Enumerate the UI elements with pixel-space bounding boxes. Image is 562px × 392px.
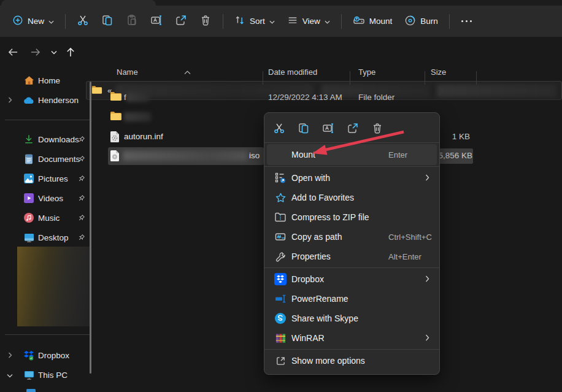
sidebar-item-label: Music: [38, 213, 81, 223]
menu-item-copy-as-path[interactable]: Copy as path Ctrl+Shift+C: [267, 227, 437, 247]
onedrive-cloud-icon: [23, 94, 34, 106]
mount-toolbar-button[interactable]: Mount: [347, 10, 399, 33]
submenu-chevron-icon: [425, 274, 429, 284]
inf-file-icon: [110, 131, 122, 143]
open-with-icon: [274, 172, 287, 184]
sidebar-item-videos[interactable]: Videos: [0, 189, 98, 207]
chevron-right-icon: [6, 351, 13, 360]
downloads-icon: [23, 134, 34, 145]
sort-button[interactable]: Sort: [228, 10, 281, 33]
menu-divider: [264, 166, 439, 167]
column-header-size[interactable]: Size: [431, 67, 446, 77]
sidebar-item-label: Documents: [38, 155, 81, 164]
recent-locations-button[interactable]: [45, 43, 63, 61]
sidebar-item-this-pc[interactable]: This PC: [0, 366, 98, 384]
tab-strip: [0, 0, 562, 6]
copy-button[interactable]: [298, 122, 310, 134]
submenu-chevron-icon: [425, 173, 429, 183]
chevron-down-icon: [325, 17, 330, 26]
sidebar-item-music[interactable]: Music: [0, 209, 98, 227]
forward-button[interactable]: [26, 43, 44, 61]
rename-button[interactable]: [144, 10, 169, 33]
toolbar-separator: [65, 14, 66, 29]
dropbox-icon: [274, 273, 287, 285]
column-header-name[interactable]: Name: [117, 67, 138, 77]
burn-toolbar-button[interactable]: Burn: [398, 10, 444, 33]
folder-icon: [110, 91, 122, 104]
column-separator[interactable]: [425, 71, 425, 85]
file-row-folder-1[interactable]: f 12/29/2022 4:13 AM File folder: [101, 88, 562, 107]
file-explorer-window: New Sort View Mount Burn: [0, 0, 562, 392]
sort-button-label: Sort: [250, 17, 265, 26]
sidebar-item-label: Home: [38, 76, 81, 85]
pictures-icon: [23, 173, 34, 184]
column-header-date-modified[interactable]: Date modified: [268, 67, 317, 77]
sidebar-item-label: Henderson - Per: [38, 96, 81, 105]
share-button[interactable]: [347, 122, 359, 134]
file-type: File folder: [358, 93, 395, 102]
menu-item-powerrename[interactable]: PowerRename: [267, 289, 437, 309]
delete-button[interactable]: [371, 122, 383, 134]
sidebar-divider: [5, 334, 91, 335]
rename-button[interactable]: [322, 122, 334, 134]
column-separator[interactable]: [263, 71, 263, 85]
dropbox-icon: [23, 350, 34, 361]
sidebar-item-onedrive[interactable]: Henderson - Per: [0, 91, 98, 109]
winrar-icon: [274, 332, 287, 344]
menu-item-winrar[interactable]: WinRAR: [267, 328, 437, 348]
share-icon: [175, 14, 187, 28]
sidebar-item-home[interactable]: Home: [0, 71, 98, 90]
pin-icon: [77, 175, 85, 183]
file-name: [124, 112, 151, 121]
cut-button[interactable]: [273, 122, 285, 134]
videos-icon: [23, 193, 34, 204]
menu-item-compress-zip[interactable]: Compress to ZIP file: [267, 207, 437, 227]
desktop-icon: [23, 232, 34, 243]
wrench-icon: [274, 250, 287, 263]
copy-as-path-icon: [274, 231, 287, 243]
delete-button[interactable]: [193, 10, 218, 33]
menu-item-share-with-skype[interactable]: Share with Skype: [267, 309, 437, 328]
sidebar-item-downloads[interactable]: Downloads: [0, 130, 98, 148]
file-name-suffix: iso: [249, 151, 260, 160]
view-button[interactable]: View: [281, 10, 336, 33]
explorer-tab[interactable]: [1, 0, 156, 6]
pin-icon: [77, 155, 85, 163]
scissors-icon: [77, 14, 89, 28]
copy-button[interactable]: [95, 10, 120, 33]
paste-button[interactable]: [120, 10, 144, 33]
paste-icon: [126, 14, 138, 28]
sidebar-item-dropbox[interactable]: Dropbox: [0, 346, 98, 364]
file-name: f: [124, 93, 150, 102]
cut-button[interactable]: [71, 10, 95, 33]
menu-item-properties[interactable]: Properties Alt+Enter: [267, 247, 437, 266]
menu-item-dropbox[interactable]: Dropbox: [267, 269, 437, 289]
menu-item-mount[interactable]: Mount Enter: [267, 144, 437, 165]
sidebar-item-pictures[interactable]: Pictures: [0, 169, 98, 188]
sidebar-item-label: Pictures: [38, 174, 81, 183]
pin-icon: [77, 136, 85, 144]
star-icon: [274, 191, 287, 204]
new-button[interactable]: New: [6, 10, 60, 33]
menu-item-label: Properties: [291, 252, 331, 261]
menu-item-add-to-favorites[interactable]: Add to Favorites: [267, 188, 437, 207]
menu-item-show-more-options[interactable]: Show more options: [267, 351, 437, 371]
column-header-type[interactable]: Type: [358, 67, 375, 77]
column-separator[interactable]: [350, 71, 350, 85]
menu-item-label: Mount: [291, 150, 315, 159]
drive-icon-partial: [26, 389, 36, 392]
sidebar-scrollbar[interactable]: [90, 82, 91, 374]
see-more-button[interactable]: [455, 10, 479, 33]
burn-toolbar-label: Burn: [420, 17, 438, 26]
menu-item-label: Open with: [291, 173, 330, 183]
sidebar-item-desktop[interactable]: Desktop: [0, 228, 98, 247]
sort-icon: [234, 15, 245, 28]
share-button[interactable]: [169, 10, 193, 33]
sidebar-item-documents[interactable]: Documents: [0, 150, 98, 168]
back-button[interactable]: [4, 43, 22, 61]
menu-item-open-with[interactable]: Open with: [267, 168, 437, 188]
up-button[interactable]: [61, 43, 80, 61]
sidebar-item-label: This PC: [38, 371, 81, 380]
file-date: 12/29/2022 4:13 AM: [268, 93, 342, 102]
column-separator[interactable]: [476, 71, 477, 85]
